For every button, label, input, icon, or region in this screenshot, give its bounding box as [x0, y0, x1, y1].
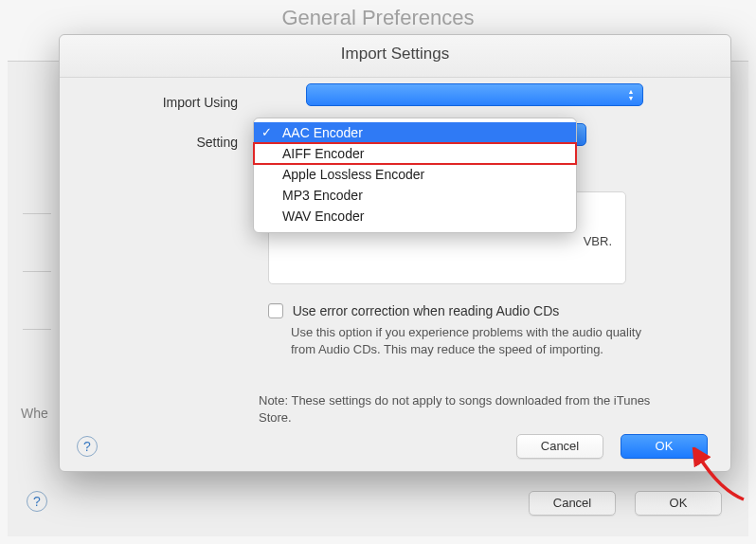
dropdown-item-aac[interactable]: ✓ AAC Encoder: [254, 122, 576, 143]
parent-when-label: Whe: [21, 406, 48, 421]
vbr-suffix-text: VBR.: [584, 234, 612, 248]
dropdown-item-label: MP3 Encoder: [282, 188, 363, 203]
note-text: Note: These settings do not apply to son…: [259, 392, 657, 426]
checkmark-icon: ✓: [261, 122, 272, 143]
dropdown-item-label: WAV Encoder: [282, 209, 364, 224]
dropdown-item-wav[interactable]: WAV Encoder: [254, 206, 576, 227]
help-button[interactable]: ?: [77, 436, 98, 457]
cancel-button[interactable]: Cancel: [529, 491, 616, 516]
cancel-button[interactable]: Cancel: [516, 434, 603, 459]
help-button[interactable]: ?: [27, 491, 47, 512]
import-using-label: Import Using: [118, 95, 243, 110]
parent-divider-area: [23, 156, 51, 387]
dropdown-item-label: Apple Lossless Encoder: [282, 167, 424, 182]
import-using-dropdown[interactable]: ✓ AAC Encoder AIFF Encoder Apple Lossles…: [253, 118, 577, 233]
import-settings-dialog: Import Settings ▲▼ ▲▼ Import Using Setti…: [59, 34, 731, 472]
dropdown-item-mp3[interactable]: MP3 Encoder: [254, 185, 576, 206]
parent-window-title: General Preferences: [0, 6, 756, 30]
error-correction-label: Use error correction when reading Audio …: [293, 303, 560, 318]
dialog-title: Import Settings: [60, 35, 730, 78]
ok-button[interactable]: OK: [621, 434, 708, 459]
dropdown-item-label: AAC Encoder: [282, 125, 363, 140]
dropdown-item-label: AIFF Encoder: [282, 146, 364, 161]
dropdown-item-lossless[interactable]: Apple Lossless Encoder: [254, 164, 576, 185]
error-correction-checkbox[interactable]: [268, 303, 283, 318]
setting-label: Setting: [118, 135, 243, 150]
ok-button[interactable]: OK: [635, 491, 722, 516]
error-correction-help-text: Use this option if you experience proble…: [268, 324, 657, 357]
dropdown-item-aiff[interactable]: AIFF Encoder: [254, 143, 576, 164]
